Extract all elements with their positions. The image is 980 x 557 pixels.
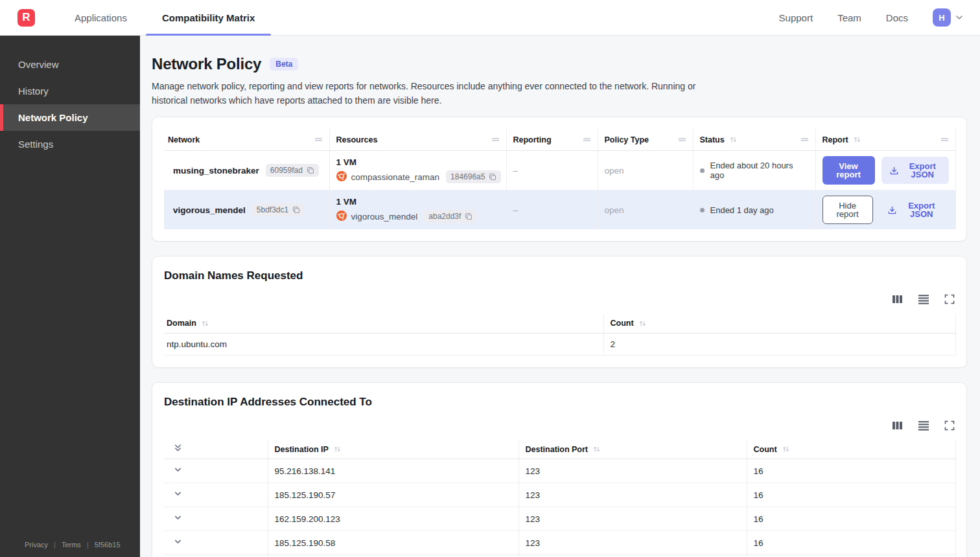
column-header-status[interactable]: Status — [693, 129, 815, 151]
sidebar-item-settings[interactable]: Settings — [0, 131, 140, 157]
domains-table: Domain Count ntp.ubuntu.com 2 — [164, 313, 956, 356]
column-header-destination-ip[interactable]: Destination IP — [268, 440, 519, 459]
top-navbar: R Applications Compatibility Matrix Supp… — [0, 0, 980, 36]
networks-header-row: Network Resources Reporting — [164, 129, 956, 151]
ubuntu-icon — [336, 210, 347, 223]
network-name: musing_stonebraker — [173, 166, 259, 176]
terms-link[interactable]: Terms — [62, 541, 81, 549]
tab-compatibility-matrix[interactable]: Compatibility Matrix — [145, 0, 272, 35]
domains-header-row: Domain Count — [164, 313, 956, 333]
ubuntu-icon — [336, 171, 347, 183]
sort-icon[interactable] — [201, 320, 209, 327]
count-value: 16 — [747, 507, 956, 531]
domain-row[interactable]: ntp.ubuntu.com 2 — [164, 333, 956, 355]
team-link[interactable]: Team — [837, 12, 861, 23]
columns-icon[interactable] — [892, 420, 903, 431]
column-header-expand-all[interactable] — [164, 440, 268, 459]
column-resize-handle[interactable] — [940, 137, 949, 142]
count-value: 16 — [747, 459, 956, 483]
resource-id-badge[interactable]: aba2dd3f — [424, 210, 477, 223]
beta-badge: Beta — [270, 58, 298, 71]
vm-count: 1 VM — [336, 197, 500, 207]
network-id-badge[interactable]: 5bdf3dc1 — [252, 203, 305, 216]
chevron-down-icon[interactable] — [954, 12, 964, 23]
vm-count: 1 VM — [336, 157, 500, 167]
status-text: Ended 1 day ago — [710, 205, 774, 215]
column-header-policy-type[interactable]: Policy Type — [598, 129, 693, 151]
destinations-table: Destination IP Destination Port Count — [164, 440, 956, 557]
column-resize-handle[interactable] — [314, 137, 323, 142]
sort-icon[interactable] — [853, 136, 861, 143]
column-resize-handle[interactable] — [678, 137, 686, 142]
export-json-button[interactable]: Export JSON — [881, 157, 949, 184]
download-icon — [889, 166, 899, 176]
chevron-down-icon[interactable] — [173, 465, 183, 475]
chevron-down-icon[interactable] — [173, 489, 183, 499]
copy-icon[interactable] — [307, 166, 314, 174]
fullscreen-icon[interactable] — [944, 420, 955, 431]
footer-divider: | — [87, 541, 89, 549]
count-value: 16 — [747, 531, 956, 555]
status-text: Ended about 20 hours ago — [710, 161, 809, 180]
copy-icon[interactable] — [465, 212, 472, 220]
sort-icon[interactable] — [782, 446, 790, 453]
columns-icon[interactable] — [892, 294, 903, 304]
destination-port-value: 123 — [519, 507, 747, 531]
docs-link[interactable]: Docs — [886, 12, 908, 23]
column-resize-handle[interactable] — [491, 137, 500, 142]
network-row[interactable]: musing_stonebraker 60959fad 1 VM compass… — [164, 151, 956, 190]
column-header-count[interactable]: Count — [603, 313, 956, 333]
destination-row[interactable]: 95.216.138.141 123 16 — [164, 459, 956, 483]
sidebar-item-network-policy[interactable]: Network Policy — [0, 104, 140, 131]
support-link[interactable]: Support — [779, 12, 813, 23]
count-value: 16 — [747, 483, 956, 507]
sidebar-item-history[interactable]: History — [0, 78, 140, 104]
sort-icon[interactable] — [638, 320, 647, 327]
destination-row[interactable]: 185.125.190.57 123 16 — [164, 483, 956, 507]
destination-row[interactable]: 185.125.190.58 123 16 — [164, 531, 956, 555]
column-resize-handle[interactable] — [583, 137, 591, 142]
sort-icon[interactable] — [729, 136, 738, 143]
column-header-reporting[interactable]: Reporting — [506, 129, 598, 151]
resource-name[interactable]: compassionate_raman — [351, 172, 440, 182]
resource-id-badge[interactable]: 184696a5 — [446, 170, 501, 183]
column-header-report[interactable]: Report — [815, 129, 956, 151]
network-row[interactable]: vigorous_mendel 5bdf3dc1 1 VM vigorous_m… — [164, 190, 956, 230]
tab-applications[interactable]: Applications — [57, 0, 145, 35]
sidebar-item-overview[interactable]: Overview — [0, 51, 140, 78]
avatar[interactable]: H — [933, 8, 951, 27]
main-content: Network Policy Beta Manage network polic… — [140, 36, 980, 557]
copy-icon[interactable] — [489, 173, 496, 181]
sidebar: Overview History Network Policy Settings… — [0, 36, 140, 557]
sort-icon[interactable] — [333, 446, 342, 453]
page-description: Manage network policy, reporting and vie… — [152, 80, 721, 108]
column-header-resources[interactable]: Resources — [329, 129, 506, 151]
destination-ip-value: 162.159.200.123 — [268, 507, 519, 531]
row-density-icon[interactable] — [918, 420, 929, 431]
column-header-domain[interactable]: Domain — [164, 313, 603, 333]
sort-icon[interactable] — [592, 446, 601, 453]
copy-icon[interactable] — [292, 206, 300, 214]
page-title: Network Policy — [152, 55, 261, 73]
destination-row[interactable]: 162.159.200.123 123 16 — [164, 507, 956, 531]
fullscreen-icon[interactable] — [944, 294, 955, 304]
row-density-icon[interactable] — [918, 294, 929, 304]
network-name: vigorous_mendel — [173, 205, 246, 215]
hide-report-button[interactable]: Hide report — [822, 196, 873, 224]
export-json-button[interactable]: Export JSON — [880, 196, 949, 223]
column-header-count[interactable]: Count — [747, 440, 956, 459]
column-header-network[interactable]: Network — [164, 129, 329, 151]
resource-name[interactable]: vigorous_mendel — [351, 212, 418, 222]
double-chevron-down-icon[interactable] — [173, 443, 183, 453]
table-toolbar — [164, 294, 955, 304]
privacy-link[interactable]: Privacy — [25, 541, 48, 549]
column-header-destination-port[interactable]: Destination Port — [519, 440, 747, 459]
chevron-down-icon[interactable] — [173, 537, 183, 547]
chevron-down-icon[interactable] — [173, 513, 183, 523]
app-logo[interactable]: R — [18, 9, 35, 27]
column-resize-handle[interactable] — [800, 137, 809, 142]
reporting-value: – — [506, 190, 598, 230]
view-report-button[interactable]: View report — [822, 156, 875, 185]
network-id-badge[interactable]: 60959fad — [266, 164, 319, 177]
sidebar-footer: Privacy | Terms | 5f56b15 — [0, 541, 140, 557]
